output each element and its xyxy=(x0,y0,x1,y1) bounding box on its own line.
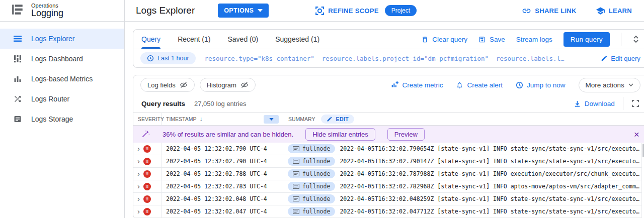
log-severity-cell: › !! xyxy=(133,143,162,155)
tab-recent[interactable]: Recent (1) xyxy=(178,30,210,49)
expand-chevron-icon[interactable]: › xyxy=(137,207,140,215)
expand-chevron-icon[interactable]: › xyxy=(137,145,140,152)
log-timestamp: 2022-04-05 12:32:02.783 UTC-4 xyxy=(162,180,283,192)
stream-logs-button[interactable]: Stream logs xyxy=(516,36,552,43)
resource-badge[interactable]: fullnode xyxy=(288,182,335,191)
log-severity-cell: › !! xyxy=(133,205,162,217)
resource-badge[interactable]: fullnode xyxy=(288,194,335,203)
column-header-summary[interactable]: SUMMARY EDIT xyxy=(283,115,644,124)
run-query-button[interactable]: Run query xyxy=(564,32,610,47)
collapse-panel-icon[interactable] xyxy=(632,35,639,43)
sidebar-item-logs-dashboard[interactable]: Logs Dashboard xyxy=(0,49,124,69)
logging-logo-icon xyxy=(11,3,24,18)
timestamp-options-dropdown[interactable] xyxy=(264,115,279,124)
divider xyxy=(621,33,621,46)
banner-close-icon[interactable]: × xyxy=(634,130,639,139)
log-severity-cell: › !! xyxy=(133,180,162,192)
resource-badge-label: fullnode xyxy=(302,183,330,190)
resource-badge[interactable]: fullnode xyxy=(288,144,335,153)
view-toggles-row: Log fields Histogram xyxy=(133,75,644,94)
banner-message: 36% of results are similar and can be hi… xyxy=(163,131,293,138)
query-tabs: Query Recent (1) Saved (0) Suggested (1) xyxy=(141,30,319,49)
expand-chevron-icon[interactable]: › xyxy=(137,182,140,190)
resource-badge[interactable]: fullnode xyxy=(288,169,335,178)
sidebar-item-logs-explorer[interactable]: Logs Explorer xyxy=(0,29,124,49)
share-link-label: SHARE LINK xyxy=(535,7,576,15)
edit-query-label: Edit query xyxy=(611,55,640,62)
tab-query[interactable]: Query xyxy=(141,30,160,49)
refine-scope-label: REFINE SCOPE xyxy=(328,7,378,15)
timestamp-header-label: TIMESTAMP xyxy=(166,116,196,122)
options-button-label: OPTIONS xyxy=(224,7,254,14)
fullscreen-icon[interactable] xyxy=(631,99,639,107)
results-actions: Create metric Create alert Jump to now M… xyxy=(390,78,640,92)
more-actions-button[interactable]: More actions xyxy=(579,78,640,92)
log-timestamp: 2022-04-05 12:32:02.790 UTC-4 xyxy=(162,155,283,167)
create-metric-button[interactable]: Create metric xyxy=(390,81,443,89)
histogram-toggle[interactable]: Histogram xyxy=(200,78,256,92)
sidebar-item-label: Logs Router xyxy=(31,95,69,103)
resource-badge-label: fullnode xyxy=(302,145,330,152)
product-brand[interactable]: Operations Logging xyxy=(0,0,125,21)
run-query-label: Run query xyxy=(571,36,603,43)
clock-icon xyxy=(516,81,523,89)
refine-scope-button[interactable]: REFINE SCOPE xyxy=(315,6,378,16)
logs-dashboard-icon xyxy=(13,54,23,64)
hide-similar-entries-button[interactable]: Hide similar entries xyxy=(305,128,375,141)
log-summary-text: 2022-04-05T16:32:02.787988Z [state-sync-… xyxy=(340,170,639,177)
column-header-timestamp[interactable]: TIMESTAMP ↓ xyxy=(162,113,283,125)
log-summary-cell: fullnode 2022-04-05T16:32:02.047712Z [st… xyxy=(283,207,644,216)
column-header-severity[interactable]: SEVERITY xyxy=(133,113,162,125)
save-label: Save xyxy=(490,36,505,43)
log-severity-cell: › !! xyxy=(133,155,162,167)
log-timestamp: 2022-04-05 12:32:02.790 UTC-4 xyxy=(162,143,283,155)
sort-descending-icon[interactable]: ↓ xyxy=(199,116,202,123)
query-actions: Clear query Save Stream logs Run query xyxy=(421,32,639,47)
log-entry-row[interactable]: › !! 2022-04-05 12:32:02.790 UTC-4 fulln… xyxy=(133,143,644,155)
log-summary-cell: fullnode 2022-04-05T16:32:02.790654Z [st… xyxy=(283,144,644,153)
log-entry-row[interactable]: › !! 2022-04-05 12:32:02.047 UTC-4 fulln… xyxy=(133,205,644,218)
log-entry-row[interactable]: › !! 2022-04-05 12:32:02.790 UTC-4 fulln… xyxy=(133,155,644,168)
query-preview-text[interactable]: resource.type="k8s_container" resource.l… xyxy=(205,55,592,62)
download-label: Download xyxy=(585,100,615,107)
log-fields-toggle[interactable]: Log fields xyxy=(140,78,195,92)
create-alert-button[interactable]: Create alert xyxy=(456,81,503,89)
resource-badge[interactable]: fullnode xyxy=(288,157,335,166)
results-scrollbar[interactable] xyxy=(641,143,644,218)
jump-to-now-label: Jump to now xyxy=(527,81,566,89)
log-entry-row[interactable]: › !! 2022-04-05 12:32:02.783 UTC-4 fulln… xyxy=(133,180,644,193)
tab-suggested[interactable]: Suggested (1) xyxy=(275,30,319,49)
sidebar-item-logs-router[interactable]: Logs Router xyxy=(0,89,124,109)
expand-chevron-icon[interactable]: › xyxy=(137,157,140,165)
expand-chevron-icon[interactable]: › xyxy=(137,170,140,177)
sidebar-item-logs-storage[interactable]: Logs Storage xyxy=(0,109,124,129)
learn-button[interactable]: LEARN xyxy=(596,6,632,16)
time-range-chip[interactable]: Last 1 hour xyxy=(140,52,196,64)
pencil-icon xyxy=(601,55,608,62)
expand-chevron-icon[interactable]: › xyxy=(137,195,140,202)
log-entry-row[interactable]: › !! 2022-04-05 12:32:02.788 UTC-4 fulln… xyxy=(133,168,644,180)
jump-to-now-button[interactable]: Jump to now xyxy=(516,81,566,89)
preview-button[interactable]: Preview xyxy=(387,128,425,141)
chart-plus-icon xyxy=(390,81,398,89)
top-bar-main: Logs Explorer OPTIONS REFINE SCOPE Proje… xyxy=(125,0,644,21)
options-button[interactable]: OPTIONS xyxy=(218,4,269,18)
save-button[interactable]: Save xyxy=(478,36,505,43)
scope-badge[interactable]: Project xyxy=(385,5,417,16)
log-entries-count: 27,050 log entries xyxy=(194,100,246,107)
clear-query-button[interactable]: Clear query xyxy=(421,36,467,43)
edit-query-button[interactable]: Edit query xyxy=(601,55,640,62)
download-button[interactable]: Download xyxy=(574,100,615,107)
stream-logs-label: Stream logs xyxy=(516,36,552,43)
sidebar-item-label: Logs Explorer xyxy=(31,35,74,43)
share-link-button[interactable]: SHARE LINK xyxy=(522,6,576,16)
learn-label: LEARN xyxy=(609,7,632,15)
container-icon xyxy=(293,171,299,176)
product-title: Logging xyxy=(31,9,63,19)
edit-summary-button[interactable]: EDIT xyxy=(321,115,354,124)
tab-saved[interactable]: Saved (0) xyxy=(227,30,258,49)
log-entry-row[interactable]: › !! 2022-04-05 12:32:02.048 UTC-4 fulln… xyxy=(133,193,644,205)
resource-badge[interactable]: fullnode xyxy=(288,207,335,216)
sidebar-item-logs-based-metrics[interactable]: Logs-based Metrics xyxy=(0,69,124,89)
error-severity-icon: !! xyxy=(143,145,151,153)
